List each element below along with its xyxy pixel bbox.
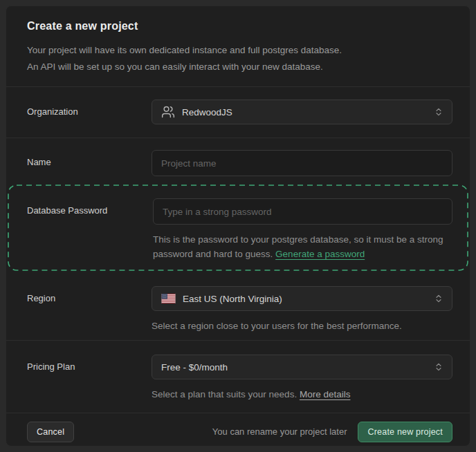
organization-label: Organization xyxy=(6,100,152,117)
chevron-up-down-icon xyxy=(434,107,443,117)
organization-select[interactable]: RedwoodJS xyxy=(152,100,452,124)
region-label: Region xyxy=(6,286,152,303)
organization-row: Organization RedwoodJS xyxy=(6,86,470,138)
pricing-plan-label: Pricing Plan xyxy=(6,355,152,372)
dialog-description-line1: Your project will have its own dedicated… xyxy=(27,42,449,59)
create-project-dialog: Create a new project Your project will h… xyxy=(6,6,470,446)
database-password-label: Database Password xyxy=(8,198,153,216)
region-row: Region xyxy=(6,271,470,340)
database-password-input[interactable] xyxy=(153,198,452,225)
generate-password-link[interactable]: Generate a password xyxy=(275,249,365,259)
database-password-help: This is the password to your postgres da… xyxy=(153,232,452,261)
database-password-row: Database Password This is the password t… xyxy=(8,198,468,261)
region-help: Select a region close to your users for … xyxy=(152,319,452,333)
project-name-input[interactable] xyxy=(152,150,452,176)
users-icon xyxy=(161,105,175,119)
region-value: East US (North Virginia) xyxy=(183,294,427,304)
name-label: Name xyxy=(6,150,152,167)
pricing-plan-select[interactable]: Free - $0/month xyxy=(152,355,452,379)
rename-note: You can rename your project later xyxy=(212,426,347,437)
pricing-plan-value: Free - $0/month xyxy=(161,362,427,373)
dialog-description-line2: An API will be set up so you can easily … xyxy=(27,59,449,75)
dialog-footer: Cancel You can rename your project later… xyxy=(6,413,470,446)
dialog-title: Create a new project xyxy=(27,20,449,32)
chevron-up-down-icon xyxy=(434,362,443,372)
create-project-button[interactable]: Create new project xyxy=(358,422,452,442)
pricing-plan-help: Select a plan that suits your needs. Mor… xyxy=(152,387,452,402)
pricing-plan-row: Pricing Plan Free - $0/month Select a pl… xyxy=(6,340,470,413)
dialog-header: Create a new project Your project will h… xyxy=(6,6,470,86)
database-password-section: Database Password This is the password t… xyxy=(8,185,468,271)
organization-value: RedwoodJS xyxy=(182,107,427,117)
cancel-button[interactable]: Cancel xyxy=(27,422,74,442)
us-flag-icon xyxy=(161,294,176,303)
more-details-link[interactable]: More details xyxy=(300,389,351,399)
name-row: Name xyxy=(6,138,470,185)
pricing-plan-help-text: Select a plan that suits your needs. xyxy=(152,389,300,399)
chevron-up-down-icon xyxy=(434,294,443,303)
region-select[interactable]: East US (North Virginia) xyxy=(152,286,452,311)
